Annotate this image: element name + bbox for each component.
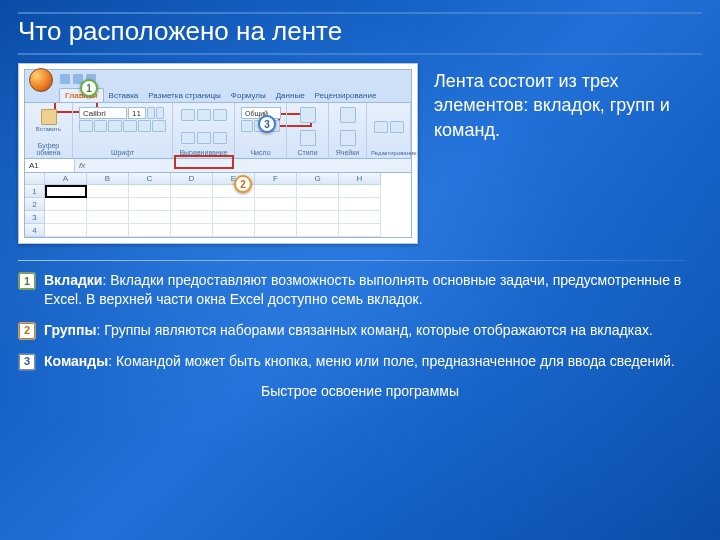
cell[interactable] <box>45 185 87 198</box>
currency-icon[interactable] <box>241 120 253 132</box>
cell[interactable] <box>297 224 339 237</box>
fx-icon[interactable]: fx <box>75 161 89 170</box>
group-editing-label: Редактирование <box>371 149 406 156</box>
callout-badge-3: 3 <box>18 353 36 371</box>
delete-cells-icon[interactable] <box>340 130 356 146</box>
cell[interactable] <box>339 211 381 224</box>
align-left-icon[interactable] <box>181 132 195 144</box>
save-icon[interactable] <box>60 74 70 84</box>
cell[interactable] <box>129 211 171 224</box>
cell[interactable] <box>87 224 129 237</box>
cell[interactable] <box>255 198 297 211</box>
col-header[interactable]: F <box>255 173 297 185</box>
cell[interactable] <box>171 185 213 198</box>
tab-layout[interactable]: Разметка страницы <box>143 89 226 102</box>
cell[interactable] <box>255 211 297 224</box>
tab-data[interactable]: Данные <box>271 89 310 102</box>
row-header[interactable]: 3 <box>25 211 45 224</box>
cell[interactable] <box>339 198 381 211</box>
intro-text: Лента состоит из трех элементов: вкладок… <box>434 63 702 142</box>
italic-icon[interactable] <box>94 120 108 132</box>
row-header[interactable]: 2 <box>25 198 45 211</box>
cell[interactable] <box>45 198 87 211</box>
callout-1: 1 <box>80 79 98 97</box>
bullet-body: : Вкладки предоставляют возможность выпо… <box>44 272 681 307</box>
bullet-body: : Группы являются наборами связанных ком… <box>96 322 652 338</box>
grow-font-icon[interactable] <box>147 107 155 119</box>
cell[interactable] <box>171 211 213 224</box>
worksheet[interactable]: 1 2 3 4 A B C D E F <box>24 173 412 238</box>
cell[interactable] <box>129 185 171 198</box>
font-size-selector[interactable]: 11 <box>128 107 146 119</box>
cell[interactable] <box>297 198 339 211</box>
align-bottom-icon[interactable] <box>213 109 227 121</box>
col-header[interactable]: D <box>171 173 213 185</box>
cell[interactable] <box>213 224 255 237</box>
cell[interactable] <box>297 185 339 198</box>
cell[interactable] <box>255 185 297 198</box>
sum-icon[interactable] <box>374 121 388 133</box>
callout-2: 2 <box>234 175 252 193</box>
sort-icon[interactable] <box>390 121 404 133</box>
col-header[interactable]: G <box>297 173 339 185</box>
cell[interactable] <box>45 211 87 224</box>
cell[interactable] <box>255 224 297 237</box>
cell[interactable] <box>87 198 129 211</box>
bullet-item-3: 3 Команды: Командой может быть кнопка, м… <box>18 352 690 371</box>
group-font-label: Шрифт <box>77 148 168 156</box>
cell[interactable] <box>213 198 255 211</box>
shrink-font-icon[interactable] <box>156 107 164 119</box>
row-header[interactable]: 4 <box>25 224 45 237</box>
col-header[interactable]: A <box>45 173 87 185</box>
cell[interactable] <box>171 224 213 237</box>
tab-formulas[interactable]: Формулы <box>226 89 271 102</box>
callout-3: 3 <box>258 115 276 133</box>
bullet-item-2: 2 Группы: Группы являются наборами связа… <box>18 321 690 340</box>
align-right-icon[interactable] <box>213 132 227 144</box>
group-number-label: Число <box>239 148 282 156</box>
cell[interactable] <box>129 224 171 237</box>
select-all-corner[interactable] <box>25 173 45 185</box>
cell[interactable] <box>297 211 339 224</box>
group-clipboard-label: Буфер обмена <box>29 141 68 156</box>
row-header[interactable]: 1 <box>25 185 45 198</box>
fill-color-icon[interactable] <box>138 120 152 132</box>
bullet-item-1: 1 Вкладки: Вкладки предоставляют возможн… <box>18 271 690 309</box>
clipboard-icon <box>41 109 57 125</box>
cell[interactable] <box>171 198 213 211</box>
cell[interactable] <box>339 185 381 198</box>
cell[interactable] <box>129 198 171 211</box>
border-icon[interactable] <box>123 120 137 132</box>
cell[interactable] <box>213 211 255 224</box>
tab-review[interactable]: Рецензирование <box>310 89 382 102</box>
formula-bar: A1 fx <box>24 159 412 173</box>
office-button-icon[interactable] <box>29 68 53 92</box>
bold-icon[interactable] <box>79 120 93 132</box>
paste-button[interactable]: Вставить <box>38 109 60 137</box>
cell[interactable] <box>87 185 129 198</box>
col-header[interactable]: C <box>129 173 171 185</box>
cell[interactable] <box>87 211 129 224</box>
bullet-label: Команды <box>44 353 108 369</box>
font-color-icon[interactable] <box>152 120 166 132</box>
cell[interactable] <box>339 224 381 237</box>
group-cells-label: Ячейки <box>333 148 362 156</box>
cond-format-icon[interactable] <box>300 107 316 123</box>
table-format-icon[interactable] <box>300 130 316 146</box>
align-middle-icon[interactable] <box>197 109 211 121</box>
divider <box>18 260 686 261</box>
bullet-label: Группы <box>44 322 96 338</box>
align-center-icon[interactable] <box>197 132 211 144</box>
align-top-icon[interactable] <box>181 109 195 121</box>
name-box[interactable]: A1 <box>25 159 75 172</box>
underline-icon[interactable] <box>108 120 122 132</box>
font-name-selector[interactable]: Calibri <box>79 107 127 119</box>
cell[interactable] <box>45 224 87 237</box>
callout-badge-2: 2 <box>18 322 36 340</box>
col-header[interactable]: H <box>339 173 381 185</box>
insert-cells-icon[interactable] <box>340 107 356 123</box>
col-header[interactable]: B <box>87 173 129 185</box>
tab-insert[interactable]: Вставка <box>104 89 144 102</box>
slide-title: Что расположено на ленте <box>18 16 702 47</box>
bullet-body: : Командой может быть кнопка, меню или п… <box>108 353 675 369</box>
